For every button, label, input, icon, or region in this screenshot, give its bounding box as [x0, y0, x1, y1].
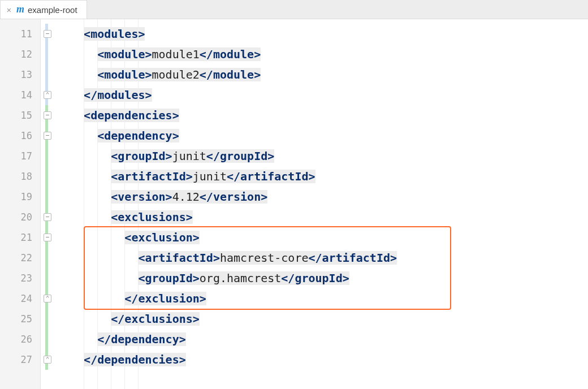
- xml-punct: >: [193, 271, 200, 285]
- code-editor[interactable]: 1112131415161718192021222324252627 −⌃−−−…: [0, 19, 588, 389]
- code-line[interactable]: </modules>: [61, 85, 588, 105]
- xml-punct: >: [254, 68, 261, 81]
- xml-punct: <: [111, 190, 118, 204]
- code-line[interactable]: <exclusion>: [61, 227, 588, 248]
- xml-punct: >: [166, 149, 172, 163]
- code-line[interactable]: <version>4.12</version>: [61, 187, 588, 207]
- line-number: 21: [0, 227, 40, 248]
- fold-row: [41, 64, 61, 85]
- xml-punct: <: [97, 129, 104, 142]
- fold-toggle-icon[interactable]: ⌃: [44, 356, 51, 364]
- change-marker: [45, 146, 48, 166]
- xml-punct: <: [111, 210, 118, 224]
- code-line[interactable]: <dependencies>: [61, 105, 588, 126]
- xml-punct: >: [193, 231, 200, 244]
- xml-tag-name: version: [213, 190, 261, 204]
- xml-punct: <: [111, 149, 118, 163]
- fold-toggle-icon[interactable]: −: [44, 213, 51, 221]
- tab-title: example-root: [28, 5, 77, 15]
- xml-punct: >: [390, 251, 397, 265]
- line-number: 27: [0, 349, 40, 370]
- xml-punct: >: [200, 292, 206, 305]
- line-number-gutter: 1112131415161718192021222324252627: [0, 19, 41, 389]
- xml-tag-name: module: [213, 68, 254, 81]
- xml-text: module1: [152, 47, 200, 61]
- fold-toggle-icon[interactable]: −: [44, 30, 51, 38]
- xml-text: hamcrest-core: [220, 251, 309, 265]
- change-marker: [45, 166, 48, 187]
- fold-row: [41, 146, 61, 166]
- xml-punct: </: [227, 170, 240, 183]
- xml-tag-name: modules: [90, 27, 138, 41]
- close-icon[interactable]: ×: [5, 5, 13, 15]
- code-line[interactable]: <module>module2</module>: [61, 64, 588, 85]
- xml-punct: </: [206, 149, 220, 163]
- fold-toggle-icon[interactable]: ⌃: [44, 295, 51, 302]
- xml-punct: <: [124, 231, 131, 244]
- fold-row: [41, 166, 61, 187]
- xml-punct: >: [145, 47, 152, 61]
- fold-toggle-icon[interactable]: −: [44, 111, 51, 119]
- change-marker: [45, 64, 48, 85]
- fold-row: ⌃: [41, 85, 61, 105]
- code-line[interactable]: <modules>: [61, 24, 588, 44]
- code-line[interactable]: <artifactId>junit</artifactId>: [61, 166, 588, 187]
- xml-tag-name: dependencies: [97, 353, 179, 366]
- xml-punct: </: [308, 251, 322, 265]
- xml-tag-name: version: [118, 190, 165, 204]
- change-marker: [45, 187, 48, 207]
- line-number: 24: [0, 288, 40, 309]
- line-number: 14: [0, 85, 40, 105]
- line-number: 11: [0, 24, 40, 44]
- xml-text: org.hamcrest: [200, 271, 282, 285]
- xml-punct: </: [97, 332, 111, 346]
- line-number: 25: [0, 309, 40, 329]
- code-line[interactable]: <groupId>junit</groupId>: [61, 146, 588, 166]
- line-number: 20: [0, 207, 40, 227]
- fold-row: −: [41, 24, 61, 44]
- fold-toggle-icon[interactable]: ⌃: [44, 91, 51, 99]
- xml-punct: >: [267, 149, 274, 163]
- xml-tag-name: artifactId: [240, 170, 308, 183]
- line-number: 19: [0, 187, 40, 207]
- xml-punct: >: [186, 210, 193, 224]
- xml-text: junit: [193, 170, 227, 183]
- fold-row: −: [41, 126, 61, 146]
- code-line[interactable]: <groupId>org.hamcrest</groupId>: [61, 268, 588, 288]
- xml-punct: >: [213, 251, 220, 265]
- xml-punct: <: [84, 109, 90, 122]
- fold-toggle-icon[interactable]: −: [44, 132, 51, 140]
- code-line[interactable]: </exclusion>: [61, 288, 588, 309]
- code-line[interactable]: <dependency>: [61, 126, 588, 146]
- line-number: 22: [0, 248, 40, 268]
- xml-punct: <: [84, 27, 90, 41]
- maven-file-icon: m: [16, 4, 24, 15]
- code-line[interactable]: <module>module1</module>: [61, 44, 588, 64]
- code-line[interactable]: </dependencies>: [61, 349, 588, 370]
- xml-punct: <: [97, 47, 104, 61]
- code-line[interactable]: </exclusions>: [61, 309, 588, 329]
- editor-tab[interactable]: × m example-root: [0, 0, 87, 19]
- fold-row: −: [41, 227, 61, 248]
- xml-punct: >: [145, 88, 152, 102]
- code-line[interactable]: </dependency>: [61, 329, 588, 349]
- code-line[interactable]: <exclusions>: [61, 207, 588, 227]
- xml-tag-name: module: [104, 68, 145, 81]
- line-number: 12: [0, 44, 40, 64]
- xml-tag-name: exclusion: [138, 292, 199, 305]
- xml-tag-name: module: [213, 47, 254, 61]
- fold-row: [41, 329, 61, 349]
- xml-tag-name: dependencies: [90, 109, 172, 122]
- change-marker: [45, 329, 48, 349]
- line-number: 18: [0, 166, 40, 187]
- fold-toggle-icon[interactable]: −: [44, 234, 51, 241]
- code-area[interactable]: <modules> <module>module1</module> <modu…: [61, 19, 588, 389]
- line-number: 15: [0, 105, 40, 126]
- fold-row: [41, 187, 61, 207]
- fold-row: ⌃: [41, 288, 61, 309]
- code-line[interactable]: <artifactId>hamcrest-core</artifactId>: [61, 248, 588, 268]
- fold-row: [41, 44, 61, 64]
- xml-punct: <: [138, 271, 145, 285]
- xml-punct: </: [111, 312, 124, 326]
- line-number: 13: [0, 64, 40, 85]
